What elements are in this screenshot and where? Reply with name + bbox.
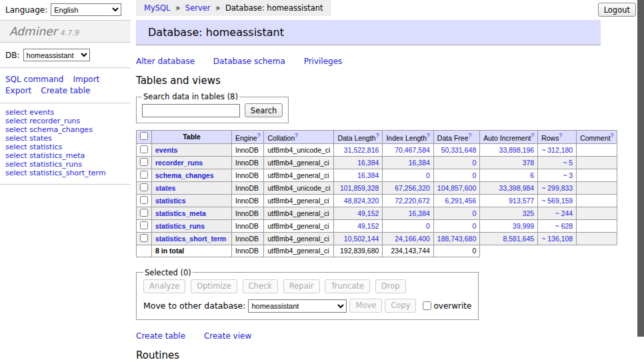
auto-increment-link[interactable]: 378 xyxy=(523,159,535,167)
auto-increment-link[interactable]: 33,898,196 xyxy=(499,146,535,154)
index-length-link[interactable]: 16,384 xyxy=(409,209,430,217)
adminer-logo-link[interactable]: Adminer xyxy=(9,25,57,38)
data-free-link[interactable]: 0 xyxy=(472,159,476,167)
rows-count-link[interactable]: ~ 244 xyxy=(555,209,573,217)
auto-increment-link[interactable]: 39,999 xyxy=(513,222,534,230)
alter-database-link[interactable]: Alter database xyxy=(136,57,195,66)
data-length-link[interactable]: 10,502,144 xyxy=(344,235,379,243)
data-free-link[interactable]: 188,743,680 xyxy=(437,235,476,243)
help-icon[interactable]: ? xyxy=(376,132,379,139)
sidebar-link-sql-command[interactable]: SQL command xyxy=(5,75,63,84)
rows-count-link[interactable]: ~ 136,108 xyxy=(541,235,573,243)
repair-button[interactable]: Repair xyxy=(283,279,320,293)
auto-increment-link[interactable]: 8,581,645 xyxy=(503,235,534,243)
search-input[interactable] xyxy=(142,104,240,117)
row-checkbox[interactable] xyxy=(140,145,148,153)
auto-increment-link[interactable]: 6 xyxy=(530,171,534,179)
table-name-link[interactable]: statistics xyxy=(155,197,186,205)
help-icon[interactable]: ? xyxy=(559,132,562,139)
rows-count-link[interactable]: ~ 628 xyxy=(555,222,573,230)
truncate-button[interactable]: Truncate xyxy=(325,279,370,293)
data-free-link[interactable]: 50,331,648 xyxy=(441,146,477,154)
row-checkbox[interactable] xyxy=(140,234,148,242)
data-length-link[interactable]: 49,152 xyxy=(357,209,379,217)
select-all-checkbox[interactable] xyxy=(140,132,148,140)
sidebar-link-import[interactable]: Import xyxy=(73,75,99,84)
help-icon[interactable]: ? xyxy=(611,132,614,139)
analyze-button[interactable]: Analyze xyxy=(143,279,185,293)
row-checkbox[interactable] xyxy=(140,183,148,191)
database-schema-link[interactable]: Database schema xyxy=(213,57,285,66)
row-checkbox[interactable] xyxy=(140,171,148,179)
help-icon[interactable]: ? xyxy=(469,132,472,139)
table-name-link[interactable]: states xyxy=(155,184,175,192)
data-free-link[interactable]: 0 xyxy=(472,209,476,217)
sidebar-item-select-statistics-short-term[interactable]: select statistics_short_term xyxy=(5,169,125,177)
rows-count-link[interactable]: ~ 569,159 xyxy=(541,197,573,205)
overwrite-label[interactable]: overwrite xyxy=(433,301,471,310)
data-length-link[interactable]: 16,384 xyxy=(357,171,379,179)
help-icon[interactable]: ? xyxy=(295,132,298,139)
copy-button[interactable]: Copy xyxy=(385,299,416,313)
create-view-link[interactable]: Create view xyxy=(204,331,251,341)
help-icon[interactable]: ? xyxy=(531,132,534,139)
overwrite-checkbox[interactable] xyxy=(423,301,431,310)
table-name-link[interactable]: recorder_runs xyxy=(155,159,203,167)
data-length-link[interactable]: 16,384 xyxy=(357,159,379,167)
data-free-link[interactable]: 6,291,456 xyxy=(445,197,477,205)
sidebar-item-select-recorder-runs[interactable]: select recorder_runs xyxy=(5,117,125,125)
scrollbar[interactable] xyxy=(637,0,644,362)
sidebar-item-select-events[interactable]: select events xyxy=(5,108,125,117)
table-name-link[interactable]: statistics_meta xyxy=(155,209,206,217)
data-length-link[interactable]: 101,859,328 xyxy=(340,184,379,192)
optimize-button[interactable]: Optimize xyxy=(191,279,237,293)
index-length-link[interactable]: 0 xyxy=(426,171,430,179)
data-free-link[interactable]: 0 xyxy=(472,171,476,179)
move-button[interactable]: Move xyxy=(349,299,382,313)
data-free-link[interactable]: 0 xyxy=(472,222,476,230)
data-length-link[interactable]: 49,152 xyxy=(357,222,379,230)
sidebar-item-select-statistics-runs[interactable]: select statistics_runs xyxy=(5,160,125,169)
index-length-link[interactable]: 70,467,584 xyxy=(395,146,430,154)
create-table-link[interactable]: Create table xyxy=(136,331,185,341)
sidebar-link-create-table[interactable]: Create table xyxy=(41,86,90,95)
auto-increment-link[interactable]: 33,398,984 xyxy=(499,184,535,192)
rows-count-link[interactable]: ~ 299,833 xyxy=(541,184,573,192)
auto-increment-link[interactable]: 325 xyxy=(523,209,535,217)
table-name-link[interactable]: statistics_short_term xyxy=(155,235,226,243)
scrollbar-thumb[interactable] xyxy=(637,0,644,337)
breadcrumb-mysql-link[interactable]: MySQL xyxy=(144,3,171,13)
index-length-link[interactable]: 0 xyxy=(426,222,430,230)
sidebar-item-select-statistics-meta[interactable]: select statistics_meta xyxy=(5,151,125,160)
drop-button[interactable]: Drop xyxy=(375,279,406,293)
row-checkbox[interactable] xyxy=(140,221,148,229)
privileges-link[interactable]: Privileges xyxy=(304,57,343,66)
search-button[interactable]: Search xyxy=(245,103,283,117)
row-checkbox[interactable] xyxy=(140,209,148,217)
row-checkbox[interactable] xyxy=(140,196,148,204)
index-length-link[interactable]: 67,256,320 xyxy=(395,184,430,192)
rows-count-link[interactable]: ~ 5 xyxy=(563,159,573,167)
sidebar-item-select-statistics[interactable]: select statistics xyxy=(5,143,125,151)
sidebar-item-select-states[interactable]: select states xyxy=(5,134,125,143)
rows-count-link[interactable]: ~ 3 xyxy=(563,171,573,179)
table-name-link[interactable]: schema_changes xyxy=(155,171,214,179)
help-icon[interactable]: ? xyxy=(427,132,430,139)
index-length-link[interactable]: 24,166,400 xyxy=(395,235,430,243)
data-length-link[interactable]: 31,522,816 xyxy=(344,146,379,154)
rows-count-link[interactable]: ~ 312,180 xyxy=(541,146,573,154)
check-button[interactable]: Check xyxy=(243,279,278,293)
data-length-link[interactable]: 48,824,320 xyxy=(344,197,379,205)
help-icon[interactable]: ? xyxy=(257,132,261,139)
index-length-link[interactable]: 72,220,672 xyxy=(395,197,430,205)
breadcrumb-server-link[interactable]: Server xyxy=(185,3,211,13)
language-select[interactable]: English xyxy=(51,3,121,16)
logout-button[interactable]: Logout xyxy=(598,3,636,17)
data-free-link[interactable]: 104,857,600 xyxy=(437,184,476,192)
auto-increment-link[interactable]: 913,577 xyxy=(509,197,534,205)
row-checkbox[interactable] xyxy=(140,158,148,166)
index-length-link[interactable]: 16,384 xyxy=(409,159,430,167)
sidebar-link-export[interactable]: Export xyxy=(5,86,31,95)
db-select[interactable]: homeassistant xyxy=(23,49,90,61)
move-database-select[interactable]: homeassistant xyxy=(248,299,347,313)
